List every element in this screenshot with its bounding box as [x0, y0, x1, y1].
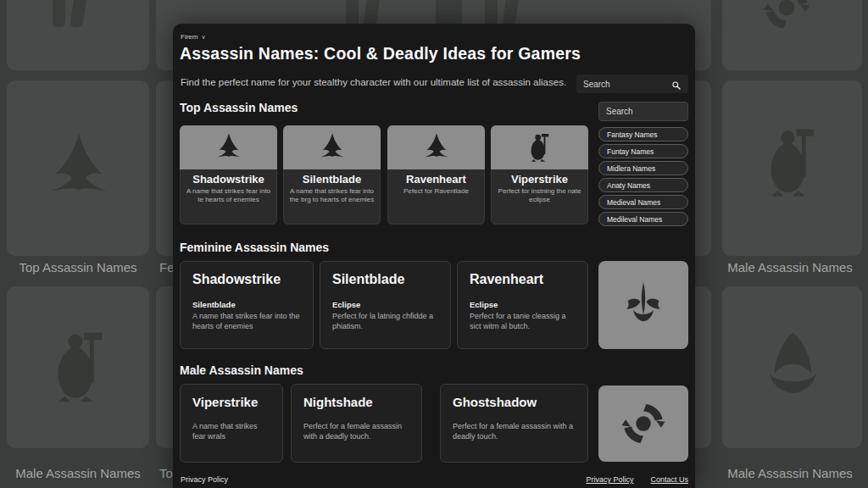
card-desc: Perfect for a tanie cleassig a sict witm…: [470, 311, 576, 331]
top-card-shadowstrike[interactable]: Shadowstrike A name that strikes fear in…: [180, 125, 277, 225]
card-name: Ghostshadow: [453, 395, 576, 409]
card-desc: Perfect for a female assassin with a dea…: [303, 421, 409, 441]
top-card-silentblade[interactable]: Silentblade A name that strikes fear int…: [283, 125, 381, 225]
search-input[interactable]: [576, 80, 671, 89]
footer-links: Privacy Policy Contact Us: [586, 475, 688, 484]
swirl-emblem-icon: [619, 399, 668, 448]
bg-caption: Top Assassin Names: [7, 257, 149, 277]
card-name: Shadowstrike: [192, 272, 301, 287]
section-heading-male: Male Assassin Names: [180, 363, 303, 377]
card-name: Shadowstrike: [180, 173, 277, 186]
section-heading-top: Top Assassin Names: [180, 101, 298, 114]
assassin-insignia-icon: [283, 125, 381, 169]
card-desc: Perfect for a female assassin with a dea…: [453, 421, 576, 441]
male-card-ghostshadow[interactable]: Ghostshadow Perfect for a female assassi…: [440, 384, 588, 463]
side-tile-dagger[interactable]: [598, 261, 688, 349]
search-icon[interactable]: [671, 79, 682, 89]
filter-button-funtay[interactable]: Funtay Names: [598, 144, 688, 158]
card-name: Viperstrike: [491, 173, 588, 186]
bg-caption-label: Male Assassin Names: [727, 260, 853, 274]
card-desc: A name that strikes fear into the brg to…: [283, 187, 381, 205]
top-card-ravenheart[interactable]: Ravenheart Pefect for Raventlade: [387, 125, 485, 225]
page-subtitle: Find the perfect name for your stealthy …: [181, 77, 566, 87]
privacy-policy-link-left[interactable]: Privacy Policy: [181, 475, 228, 484]
card-subname: Eclipse: [332, 300, 438, 309]
breadcrumb-label: Firem: [181, 33, 198, 41]
chevron-down-icon: ∨: [201, 34, 205, 41]
assassin-names-panel: Firem ∨ Assassin Names: Cool & Deadly Id…: [173, 24, 695, 488]
card-name: Silentblade: [332, 272, 438, 287]
feminine-card-shadowstrike[interactable]: Shadowstrike Silentblade A name that str…: [180, 261, 314, 349]
swirl-emblem-icon: [760, 0, 813, 34]
bg-caption-label: Top Assassin Names: [19, 260, 136, 274]
filter-button-midlera[interactable]: Midlera Names: [598, 161, 688, 175]
feminine-card-ravenheart[interactable]: Ravenheart Eclipse Perfect for a tanie c…: [457, 261, 588, 349]
card-name: Silentblade: [283, 173, 381, 186]
card-desc: A name that strikes fear wrals: [192, 421, 270, 441]
card-desc: A name that strikes fear into te hearts …: [180, 187, 277, 205]
filter-button-medieval[interactable]: Medieval Names: [598, 195, 688, 209]
bg-caption-label: Male Assassin Names: [15, 466, 141, 480]
breadcrumb[interactable]: Firem ∨: [181, 33, 206, 41]
male-card-nightshade[interactable]: Nightshade Perfect for a female assassin…: [291, 384, 422, 463]
card-subname: Eclipse: [470, 300, 576, 309]
search-input-side[interactable]: [598, 102, 688, 121]
figure-legs-icon: [53, 0, 85, 27]
male-card-viperstrike[interactable]: Viperstrike A name that strikes fear wra…: [180, 384, 283, 463]
side-tile-swirl[interactable]: [598, 385, 688, 462]
bg-caption: Male Assassin Names: [7, 463, 149, 483]
card-desc: Pefect for Raventlade: [387, 187, 485, 196]
card-subname: Silentblade: [192, 300, 301, 309]
search-input[interactable]: [599, 107, 687, 116]
bg-caption-label: Male Assassin Names: [727, 466, 853, 480]
hooded-figure-icon: [753, 324, 833, 405]
dwarf-figure-icon: [40, 326, 120, 407]
assassin-insignia-icon: [40, 129, 118, 207]
card-name: Nightshade: [303, 395, 409, 409]
assassin-insignia-icon: [180, 125, 277, 169]
filter-button-medileval[interactable]: Medileval Names: [598, 212, 688, 226]
filter-button-anaty[interactable]: Anaty Names: [598, 178, 688, 192]
assassin-insignia-icon: [387, 125, 485, 169]
section-heading-feminine: Feminine Assassin Names: [180, 241, 329, 254]
top-card-viperstrike[interactable]: Viperstrike Perfect for instning the nat…: [491, 125, 588, 225]
bg-caption: Male Assassin Names: [712, 463, 868, 483]
dagger-wings-emblem-icon: [619, 280, 668, 330]
card-desc: Perfect for la latning chfidde a phiatis…: [332, 311, 438, 331]
card-name: Viperstrike: [192, 395, 270, 409]
card-desc: A name that strikes fear into the hearts…: [192, 311, 301, 331]
card-desc: Perfect for instning the nate eclipse: [491, 187, 588, 205]
search-input-top[interactable]: [576, 75, 688, 93]
hooded-dwarf-figure-icon: [491, 125, 588, 169]
card-name: Ravenheart: [387, 173, 485, 186]
dwarf-figure-icon: [754, 123, 832, 201]
feminine-card-silentblade[interactable]: Silentblade Eclipse Perfect for la latni…: [320, 261, 451, 349]
contact-us-link[interactable]: Contact Us: [650, 475, 688, 484]
page-title: Assassin Names: Cool & Deadly Ideas for …: [180, 44, 581, 64]
privacy-policy-link[interactable]: Privacy Policy: [586, 475, 633, 484]
bg-caption: Male Assassin Names: [712, 257, 868, 277]
card-name: Ravenheart: [470, 272, 576, 287]
filter-button-fantasy[interactable]: Fantasy Names: [598, 127, 688, 141]
